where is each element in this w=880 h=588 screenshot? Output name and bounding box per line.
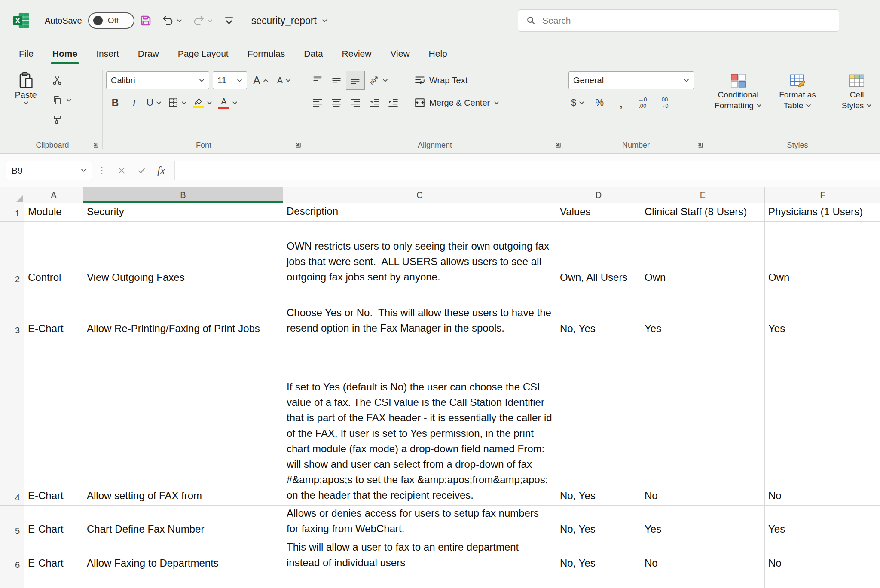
cell-A1[interactable]: Module <box>24 203 83 222</box>
cell-A2[interactable]: Control <box>24 222 83 287</box>
decrease-indent-button[interactable] <box>365 94 383 112</box>
row-header-4[interactable]: 4 <box>0 338 24 506</box>
customize-quick-access-toolbar-icon[interactable] <box>218 9 240 32</box>
tab-formulas[interactable]: Formulas <box>238 41 295 66</box>
cell-A4[interactable]: E-Chart <box>24 338 83 506</box>
cell-C4[interactable]: If set to Yes (default is No) the user c… <box>283 338 556 506</box>
cell-E5[interactable]: Yes <box>641 506 765 539</box>
bold-button[interactable]: B <box>106 94 124 112</box>
cell-D7[interactable] <box>556 573 641 588</box>
number-format-select[interactable]: General <box>568 71 694 89</box>
formula-input[interactable] <box>174 161 880 180</box>
cell-E6[interactable]: No <box>641 539 765 573</box>
row-header-7[interactable]: 7 <box>0 573 24 588</box>
cell-C7[interactable] <box>283 573 556 588</box>
document-title[interactable]: security_report <box>251 15 327 27</box>
cell-E1[interactable]: Clinical Staff (8 Users) <box>641 203 765 222</box>
increase-font-size-button[interactable]: A <box>251 71 271 89</box>
tab-data[interactable]: Data <box>294 41 332 66</box>
cell-C5[interactable]: Allows or denies access for users to set… <box>283 506 556 539</box>
cell-E3[interactable]: Yes <box>641 287 765 338</box>
cell-A5[interactable]: E-Chart <box>24 506 83 539</box>
decrease-font-size-button[interactable]: A <box>275 71 293 89</box>
cell-D1[interactable]: Values <box>556 203 641 222</box>
tab-file[interactable]: File <box>9 41 43 66</box>
copy-button[interactable] <box>48 91 66 109</box>
cell-F6[interactable]: No <box>765 539 880 573</box>
name-box[interactable]: B9 <box>6 161 92 180</box>
font-dialog-launcher-icon[interactable] <box>295 142 302 149</box>
tab-review[interactable]: Review <box>333 41 381 66</box>
increase-decimal-button[interactable]: ←0 .00 <box>633 94 651 112</box>
cell-E7[interactable] <box>641 573 765 588</box>
formula-cancel-button[interactable] <box>112 161 131 180</box>
column-header-E[interactable]: E <box>641 187 765 203</box>
excel-logo-icon[interactable]: X <box>12 12 30 30</box>
align-middle-button[interactable] <box>327 71 345 89</box>
cell-C2[interactable]: OWN restricts users to only seeing their… <box>283 222 556 287</box>
select-all-button[interactable] <box>0 187 24 203</box>
format-painter-button[interactable] <box>48 111 66 129</box>
cell-C6[interactable]: This will allow a user to fax to an enti… <box>283 539 556 573</box>
cell-D2[interactable]: Own, All Users <box>556 222 641 287</box>
formula-bar-handle-icon[interactable]: ⋮ <box>92 165 112 176</box>
copy-caret-icon[interactable] <box>66 98 72 102</box>
cell-D3[interactable]: No, Yes <box>556 287 641 338</box>
row-header-5[interactable]: 5 <box>0 506 24 539</box>
cell-C1[interactable]: Description <box>283 203 556 222</box>
tab-home[interactable]: Home <box>43 41 87 66</box>
tab-help[interactable]: Help <box>419 41 457 66</box>
decrease-decimal-button[interactable]: .00 →0 <box>655 94 673 112</box>
underline-button[interactable]: U <box>144 94 164 112</box>
cell-F1[interactable]: Physicians (1 Users) <box>765 203 880 222</box>
row-header-2[interactable]: 2 <box>0 222 24 287</box>
autosave-toggle[interactable]: Off <box>88 12 134 29</box>
align-bottom-button[interactable] <box>346 71 364 89</box>
number-dialog-launcher-icon[interactable] <box>697 142 704 149</box>
paste-button[interactable]: Paste <box>6 71 46 105</box>
percent-style-button[interactable]: % <box>590 94 608 112</box>
undo-button[interactable] <box>157 9 187 32</box>
cell-B6[interactable]: Allow Faxing to Departments <box>83 539 283 573</box>
cell-F3[interactable]: Yes <box>765 287 880 338</box>
cell-E4[interactable]: No <box>641 338 765 506</box>
column-header-C[interactable]: C <box>283 187 556 203</box>
font-size-select[interactable]: 11 <box>213 71 247 89</box>
conditional-formatting-button[interactable]: Conditional Formatting <box>711 71 766 111</box>
cell-styles-button[interactable]: Cell Styles <box>829 71 880 111</box>
cell-B1[interactable]: Security <box>83 203 283 222</box>
row-header-3[interactable]: 3 <box>0 287 24 338</box>
align-left-button[interactable] <box>309 94 327 112</box>
row-header-6[interactable]: 6 <box>0 539 24 573</box>
search-input[interactable] <box>542 15 831 26</box>
cell-D5[interactable]: No, Yes <box>556 506 641 539</box>
cell-D6[interactable]: No, Yes <box>556 539 641 573</box>
wrap-text-button[interactable]: Wrap Text <box>412 71 501 89</box>
undo-caret-icon[interactable] <box>177 19 182 23</box>
insert-function-button[interactable]: fx <box>151 161 171 180</box>
cell-A6[interactable]: E-Chart <box>24 539 83 573</box>
search-bar[interactable] <box>518 9 839 32</box>
format-as-table-button[interactable]: Format as Table <box>770 71 825 111</box>
borders-button[interactable] <box>165 94 189 112</box>
cell-B7[interactable] <box>83 573 283 588</box>
cell-B3[interactable]: Allow Re-Printing/Faxing of Print Jobs <box>83 287 283 338</box>
italic-button[interactable]: I <box>125 94 143 112</box>
cell-E2[interactable]: Own <box>641 222 765 287</box>
cell-C3[interactable]: Choose Yes or No. This will allow these … <box>283 287 556 338</box>
cell-F4[interactable]: No <box>765 338 880 506</box>
cell-A3[interactable]: E-Chart <box>24 287 83 338</box>
increase-indent-button[interactable] <box>384 94 402 112</box>
column-header-A[interactable]: A <box>24 187 83 203</box>
row-header-1[interactable]: 1 <box>0 203 24 222</box>
merge-center-button[interactable]: Merge & Center <box>412 94 501 112</box>
align-top-button[interactable] <box>309 71 327 89</box>
alignment-dialog-launcher-icon[interactable] <box>555 142 562 149</box>
clipboard-dialog-launcher-icon[interactable] <box>92 142 100 149</box>
column-header-F[interactable]: F <box>765 187 880 203</box>
cell-D4[interactable]: No, Yes <box>556 338 641 506</box>
cell-B2[interactable]: View Outgoing Faxes <box>83 222 283 287</box>
fill-color-button[interactable] <box>190 94 215 112</box>
cell-B4[interactable]: Allow setting of FAX from <box>83 338 283 506</box>
font-color-button[interactable]: A <box>216 94 240 112</box>
